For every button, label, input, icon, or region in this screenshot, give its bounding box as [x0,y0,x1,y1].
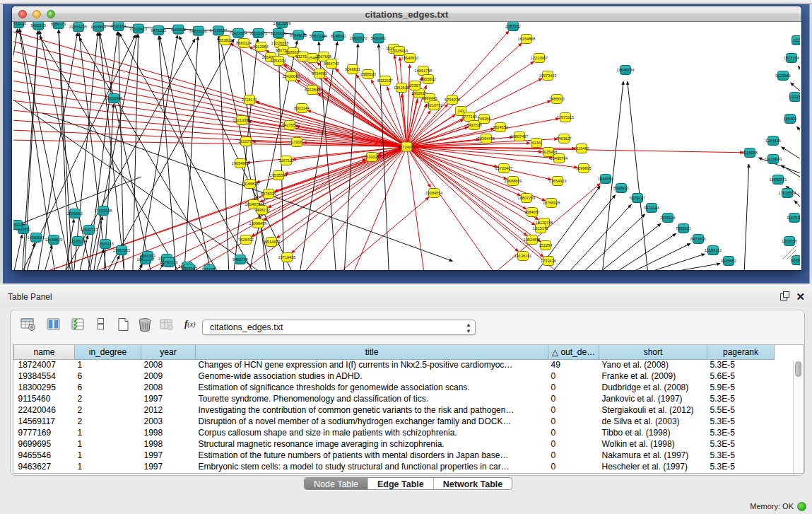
svg-text:1615172: 1615172 [533,226,548,230]
svg-text:5098393: 5098393 [182,267,197,270]
svg-text:19384554: 19384554 [425,191,443,195]
svg-text:7625402: 7625402 [238,238,254,242]
svg-text:8454749: 8454749 [324,62,339,66]
svg-text:5430391: 5430391 [371,36,387,40]
svg-text:1362615: 1362615 [394,86,409,90]
svg-text:13524851: 13524851 [524,238,541,242]
svg-text:96532871: 96532871 [249,31,267,35]
svg-text:17016504: 17016504 [779,191,796,195]
svg-text:2530025: 2530025 [364,155,379,159]
svg-text:8471676: 8471676 [690,237,706,241]
svg-text:9474444: 9474444 [644,206,659,210]
svg-text:1031051: 1031051 [201,267,217,270]
svg-text:17359938: 17359938 [95,209,112,213]
svg-text:9115460: 9115460 [574,146,589,151]
svg-text:19654985: 19654985 [232,161,249,165]
svg-text:1733426: 1733426 [541,259,556,263]
svg-text:17357255: 17357255 [113,248,131,252]
svg-text:13716485: 13716485 [278,255,296,259]
svg-text:9990443: 9990443 [422,96,437,100]
svg-text:186409: 186409 [784,117,797,121]
svg-text:3624554: 3624554 [493,125,508,129]
svg-text:9699695: 9699695 [576,166,592,170]
svg-text:14210722: 14210722 [425,103,443,107]
svg-text:2020653: 2020653 [67,211,83,216]
svg-text:1209358: 1209358 [782,239,797,243]
svg-text:343: 343 [457,109,464,113]
svg-text:7563822: 7563822 [217,38,233,42]
svg-text:14136141: 14136141 [514,254,532,258]
svg-text:22420046: 22420046 [283,74,300,78]
svg-text:8938923: 8938923 [613,186,629,190]
svg-text:9777169: 9777169 [461,115,477,119]
svg-text:16961758: 16961758 [415,69,433,73]
svg-text:12145194: 12145194 [69,239,87,243]
svg-text:8242848: 8242848 [305,88,320,92]
svg-text:16914479: 16914479 [263,240,281,244]
svg-text:19166825: 19166825 [242,182,259,186]
svg-text:28809570: 28809570 [350,36,367,40]
svg-text:9215958: 9215958 [742,151,758,155]
svg-text:9600133: 9600133 [30,23,46,28]
svg-text:93103413: 93103413 [129,27,147,31]
svg-text:13325419: 13325419 [391,49,408,53]
svg-text:97848018: 97848018 [290,33,307,37]
svg-text:12156829: 12156829 [45,238,63,242]
svg-text:65787133: 65787133 [160,260,178,264]
svg-text:02654235: 02654235 [69,25,87,29]
svg-text:8148932: 8148932 [331,34,346,38]
svg-text:10025438: 10025438 [540,150,558,154]
svg-text:9146821: 9146821 [345,67,360,71]
svg-text:6216: 6216 [532,141,541,145]
svg-text:8754685: 8754685 [312,71,327,76]
svg-text:12942737: 12942737 [81,228,98,232]
svg-text:1226916: 1226916 [271,31,286,35]
svg-text:10973493: 10973493 [539,74,557,78]
svg-text:14365081: 14365081 [28,235,45,240]
svg-text:3267110: 3267110 [278,158,293,163]
svg-text:10688609: 10688609 [505,179,522,183]
svg-text:9084067: 9084067 [524,210,540,214]
svg-text:16013809: 16013809 [273,22,291,25]
svg-text:9463627: 9463627 [556,136,572,141]
svg-text:1575104: 1575104 [784,56,799,60]
svg-text:2718170: 2718170 [242,98,257,102]
svg-text:17006: 17006 [291,140,302,144]
svg-text:8386379: 8386379 [51,22,66,26]
svg-text:8660124: 8660124 [236,41,252,45]
svg-text:8578334: 8578334 [261,192,276,196]
svg-text:18640910: 18640910 [401,56,419,60]
svg-text:1615594: 1615594 [90,25,106,29]
svg-text:13535594: 13535594 [270,173,288,177]
svg-text:252254: 252254 [539,243,553,247]
svg-text:7182278: 7182278 [13,223,25,227]
svg-text:6497508: 6497508 [466,123,482,127]
svg-text:10210643: 10210643 [765,157,782,161]
svg-text:4192832: 4192832 [171,28,187,32]
svg-text:72423884: 72423884 [230,31,247,35]
svg-text:18724007: 18724007 [398,145,416,149]
svg-text:20357: 20357 [409,83,420,88]
svg-text:8322037: 8322037 [377,78,393,83]
svg-text:19692971: 19692971 [770,177,787,182]
svg-text:13325: 13325 [789,95,800,99]
svg-text:15495794: 15495794 [551,156,568,160]
svg-text:12505115: 12505115 [97,242,114,246]
svg-text:1610757: 1610757 [238,139,254,144]
svg-text:16099489: 16099489 [249,221,267,226]
svg-text:13654923: 13654923 [549,179,567,183]
svg-text:1244415: 1244415 [765,139,781,143]
svg-text:9498222: 9498222 [254,208,270,212]
svg-text:13226058: 13226058 [271,41,289,45]
svg-text:6475255: 6475255 [151,28,166,33]
svg-text:1167533: 1167533 [787,216,800,220]
svg-text:10654112: 10654112 [705,248,722,252]
svg-text:8427552: 8427552 [282,123,298,127]
svg-text:9245652: 9245652 [721,259,736,263]
svg-text:20053346: 20053346 [105,96,123,100]
svg-text:7816184: 7816184 [111,24,126,28]
svg-text:0433218: 0433218 [13,22,26,25]
svg-text:20756928: 20756928 [543,201,560,205]
svg-text:8303144: 8303144 [294,106,310,110]
svg-text:12975115: 12975115 [557,115,574,119]
